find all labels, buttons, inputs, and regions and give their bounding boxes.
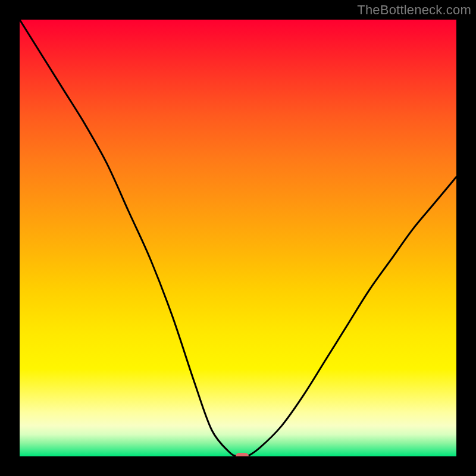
chart-frame: TheBottleneck.com [0, 0, 476, 476]
plot-area [20, 20, 456, 456]
watermark-text: TheBottleneck.com [357, 2, 471, 18]
target-marker [236, 453, 249, 456]
bottleneck-curve [20, 20, 456, 456]
